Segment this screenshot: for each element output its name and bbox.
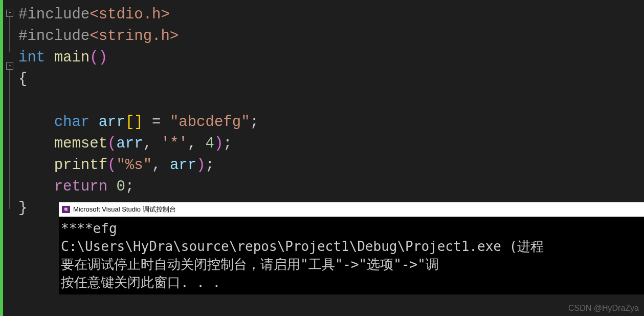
console-output[interactable]: ****efgC:\Users\HyDra\source\repos\Proje… (59, 217, 644, 294)
paren-close: ) (214, 135, 223, 152)
debug-console-window: ⧉ Microsoft Visual Studio 调试控制台 ****efgC… (59, 202, 644, 294)
comma: , (143, 135, 161, 152)
function-call: memset (54, 135, 107, 152)
preprocessor-directive: #include (18, 6, 90, 23)
parentheses: () (90, 49, 107, 66)
semicolon: ; (223, 135, 232, 152)
console-line: 按任意键关闭此窗口. . . (61, 273, 642, 291)
console-titlebar[interactable]: ⧉ Microsoft Visual Studio 调试控制台 (59, 202, 644, 217)
variable: arr (99, 114, 125, 131)
function-name: main (54, 49, 90, 66)
number: 0 (116, 178, 125, 195)
code-gutter: - - (3, 0, 18, 316)
string-literal: "abcdefg" (170, 114, 250, 131)
type-keyword: int (18, 49, 45, 66)
variable: arr (170, 157, 196, 174)
comma: , (188, 135, 206, 152)
function-call: printf (54, 157, 107, 174)
semicolon: ; (125, 178, 134, 195)
fold-toggle-icon[interactable]: - (6, 62, 13, 70)
fold-line (9, 70, 10, 209)
comma: , (152, 157, 170, 174)
brace-open: { (18, 71, 27, 88)
header-file: <string.h> (90, 28, 179, 45)
type-keyword: char (54, 114, 90, 131)
preprocessor-directive: #include (18, 28, 90, 45)
vs-icon: ⧉ (62, 206, 70, 213)
semicolon: ; (206, 157, 214, 174)
paren-close: ) (196, 157, 205, 174)
brace-close: } (18, 200, 27, 217)
paren-open: ( (107, 135, 116, 152)
console-title: Microsoft Visual Studio 调试控制台 (73, 205, 176, 214)
fold-line (9, 17, 10, 52)
console-line: C:\Users\HyDra\source\repos\Project1\Deb… (61, 238, 642, 256)
semicolon: ; (250, 114, 259, 131)
console-line: ****efg (61, 220, 642, 238)
equals: = (143, 114, 170, 131)
header-file: <stdio.h> (90, 6, 170, 23)
watermark: CSDN @HyDraZya (568, 304, 639, 313)
number: 4 (206, 135, 214, 152)
fold-toggle-icon[interactable]: - (6, 10, 13, 17)
console-line: 要在调试停止时自动关闭控制台，请启用"工具"->"选项"->"调 (61, 256, 642, 273)
variable: arr (116, 135, 143, 152)
return-keyword: return (54, 178, 107, 195)
brackets: [] (125, 114, 143, 131)
string-literal: "%s" (116, 157, 152, 174)
paren-open: ( (107, 157, 116, 174)
char-literal: '*' (161, 135, 187, 152)
